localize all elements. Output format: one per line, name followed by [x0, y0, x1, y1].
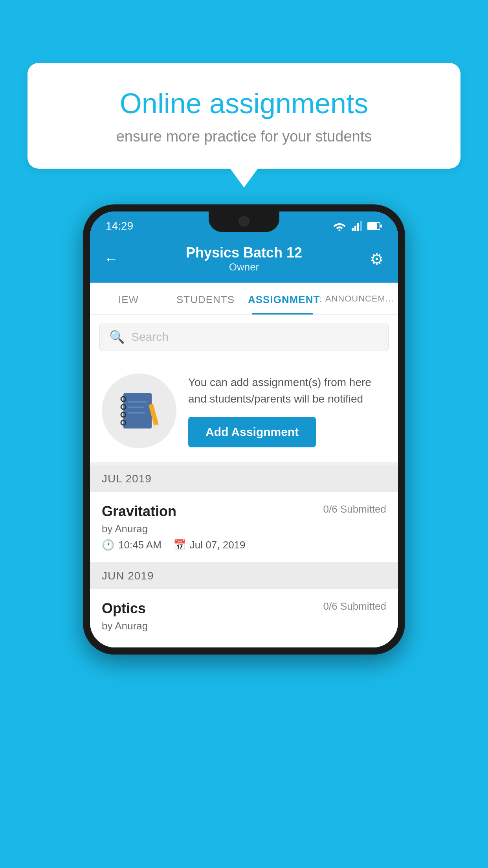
- header-title: Physics Batch 12: [186, 245, 302, 261]
- search-icon: 🔍: [109, 329, 125, 344]
- svg-rect-4: [360, 221, 362, 231]
- battery-icon: [367, 222, 382, 230]
- svg-rect-7: [380, 224, 382, 228]
- calendar-icon: 📅: [173, 539, 186, 551]
- svg-rect-13: [128, 401, 147, 403]
- meta-time: 🕐 10:45 AM: [102, 539, 161, 551]
- speech-bubble-container: Online assignments ensure more practice …: [28, 63, 460, 169]
- meta-date: 📅 Jul 07, 2019: [173, 539, 246, 551]
- notebook-icon-circle: [102, 373, 176, 448]
- svg-rect-6: [368, 223, 377, 229]
- speech-bubble: Online assignments ensure more practice …: [28, 63, 460, 169]
- signal-icon: [352, 221, 362, 231]
- assignment-row-top-optics: Optics 0/6 Submitted: [102, 600, 386, 617]
- assignment-item-optics[interactable]: Optics 0/6 Submitted by Anurag: [90, 589, 398, 647]
- svg-point-0: [339, 230, 341, 232]
- tabs-container: IEW STUDENTS ASSIGNMENTS ANNOUNCEM...: [90, 283, 398, 315]
- assignment-by-optics: by Anurag: [102, 620, 386, 632]
- month-header-jul: JUL 2019: [90, 465, 398, 492]
- app-header: ← Physics Batch 12 Owner ⚙: [90, 237, 398, 283]
- header-center: Physics Batch 12 Owner: [186, 245, 302, 273]
- assignment-time: 10:45 AM: [118, 539, 161, 551]
- phone-frame: 14:29: [83, 204, 405, 655]
- notebook-icon: [119, 389, 159, 432]
- prompt-text-section: You can add assignment(s) from here and …: [188, 374, 386, 447]
- settings-icon[interactable]: ⚙: [370, 250, 384, 268]
- prompt-section: You can add assignment(s) from here and …: [90, 359, 398, 465]
- back-button[interactable]: ←: [104, 251, 118, 267]
- assignment-submitted: 0/6 Submitted: [323, 503, 386, 515]
- tab-iew[interactable]: IEW: [90, 283, 167, 314]
- search-input[interactable]: Search: [131, 330, 169, 344]
- tab-announcements[interactable]: ANNOUNCEM...: [321, 283, 398, 314]
- speech-bubble-subtitle: ensure more practice for your students: [55, 128, 433, 145]
- assignment-date: Jul 07, 2019: [190, 539, 246, 551]
- phone-screen: 14:29: [90, 211, 398, 647]
- wifi-icon: [333, 221, 346, 231]
- assignment-item-gravitation[interactable]: Gravitation 0/6 Submitted by Anurag 🕐 10…: [90, 492, 398, 563]
- svg-rect-1: [352, 228, 354, 231]
- tab-students[interactable]: STUDENTS: [167, 283, 244, 314]
- assignment-meta: 🕐 10:45 AM 📅 Jul 07, 2019: [102, 539, 386, 551]
- assignment-name-optics: Optics: [102, 600, 146, 617]
- add-assignment-button[interactable]: Add Assignment: [188, 417, 316, 447]
- header-subtitle: Owner: [186, 261, 302, 273]
- phone-camera: [239, 216, 249, 226]
- month-header-jun: JUN 2019: [90, 563, 398, 589]
- svg-rect-3: [357, 223, 359, 231]
- speech-bubble-title: Online assignments: [55, 86, 433, 120]
- status-time: 14:29: [106, 220, 133, 232]
- clock-icon: 🕐: [102, 539, 114, 551]
- phone-container: 14:29: [83, 204, 405, 655]
- svg-rect-15: [128, 412, 145, 414]
- assignment-by: by Anurag: [102, 523, 386, 535]
- assignment-name: Gravitation: [102, 503, 176, 520]
- svg-rect-8: [123, 393, 152, 428]
- search-bar[interactable]: 🔍 Search: [99, 323, 389, 351]
- phone-notch: [209, 211, 279, 232]
- svg-rect-14: [128, 406, 144, 408]
- tab-assignments[interactable]: ASSIGNMENTS: [244, 283, 321, 314]
- assignment-submitted-optics: 0/6 Submitted: [323, 600, 386, 612]
- assignment-row-top: Gravitation 0/6 Submitted: [102, 503, 386, 520]
- status-icons: [333, 221, 382, 231]
- prompt-description: You can add assignment(s) from here and …: [188, 374, 386, 407]
- search-container: 🔍 Search: [90, 315, 398, 359]
- svg-rect-2: [354, 226, 356, 231]
